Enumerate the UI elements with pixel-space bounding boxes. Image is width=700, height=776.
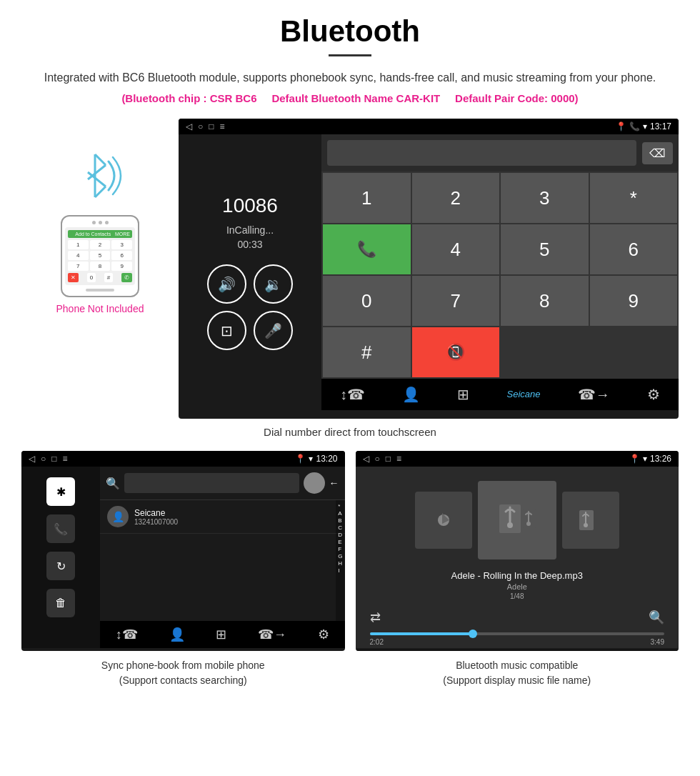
phonebook-caption: Sync phone-book from mobile phone (Suppo… [21, 658, 345, 688]
key-hash[interactable]: # [323, 327, 411, 377]
music-progress: 2:02 3:49 [356, 629, 679, 650]
album-art-main [478, 481, 556, 559]
call-icon: 📞 [629, 121, 640, 131]
music-search-icon[interactable]: 🔍 [649, 610, 664, 625]
pb-delete-icon[interactable]: 🗑 [46, 589, 75, 617]
phone-mockup: Add to Contacts MORE 123 456 789 ✕ 0 # ✆ [61, 215, 139, 297]
nav-contacts-icon[interactable]: 👤 [402, 386, 420, 403]
phonebook-card: ◁ ○ □ ≡ 📍 ▾ 13:20 ✱ 📞 [21, 451, 345, 688]
dial-status-bar: ◁ ○ □ ≡ 📍 📞 ▾ 13:17 [179, 119, 679, 134]
key-8[interactable]: 8 [501, 276, 589, 326]
numpad-grid: 1 2 3 * 📞 4 5 6 0 7 8 9 [321, 171, 679, 379]
home-nav-icon: ○ [198, 121, 203, 131]
status-bar-left: ◁ ○ □ ≡ [186, 121, 225, 131]
pb-call-icon[interactable]: 📞 [46, 514, 75, 543]
dial-bottom-nav: ↕☎ 👤 ⊞ Seicane ☎→ ⚙ [321, 379, 679, 410]
music-location-icon: 📍 [629, 454, 640, 464]
dial-number: 10086 [222, 194, 278, 217]
spec-name: Default Bluetooth Name CAR-KIT [271, 92, 440, 104]
phonebook-bottom-nav: ↕☎ 👤 ⊞ ☎→ ⚙ [100, 621, 345, 648]
phone-dot [92, 221, 96, 224]
pb-search-input[interactable] [124, 473, 299, 493]
nav-settings-icon[interactable]: ⚙ [647, 386, 660, 403]
nav-dialpad-icon[interactable]: ⊞ [457, 386, 469, 403]
music-track: Adele - Rolling In the Deep.mp3 [359, 570, 676, 581]
time-current: 2:02 [370, 638, 384, 646]
svg-line-3 [95, 186, 106, 197]
dial-delete-button[interactable]: ⌫ [642, 142, 673, 164]
music-bottom-nav: 📁 ☰ ⏮ ⏸ ⏭ ≡ [356, 650, 679, 651]
key-end-call[interactable]: 📵 [412, 327, 500, 377]
pb-contact-item[interactable]: 👤 Seicane 13241007000 [100, 500, 345, 534]
pb-back-icon: ◁ [29, 454, 35, 464]
pb-sync-icon[interactable]: ↻ [46, 552, 75, 580]
music-caption: Bluetooth music compatible (Support disp… [356, 658, 679, 688]
incalling-text: InCalling... [226, 224, 274, 236]
spec-pair: Default Pair Code: 0000) [455, 92, 579, 104]
volume-down-button[interactable]: 🔉 [254, 264, 293, 304]
phone-screen-header: Add to Contacts MORE [68, 230, 132, 238]
phonebook-sidebar: ✱ 📞 ↻ 🗑 [21, 467, 100, 648]
key-9[interactable]: 9 [590, 276, 678, 326]
pb-bluetooth-icon[interactable]: ✱ [46, 477, 75, 506]
pb-contact-number: 13241007000 [134, 518, 338, 526]
music-menu-icon: ≡ [396, 454, 401, 464]
music-artist: Adele [359, 582, 676, 591]
nav-recents-icon[interactable]: ↕☎ [340, 386, 365, 403]
key-3[interactable]: 3 [501, 173, 589, 223]
progress-bar-fill [370, 632, 473, 635]
pb-nav-dialpad[interactable]: ⊞ [216, 627, 226, 642]
menu-nav-icon: ≡ [220, 121, 225, 131]
pb-nav-contacts[interactable]: 👤 [169, 627, 185, 642]
spec-chip: (Bluetooth chip : CSR BC6 [121, 92, 256, 104]
music-screenshot: ◁ ○ □ ≡ 📍 ▾ 13:26 [356, 451, 679, 651]
dial-input-row: ⌫ [321, 134, 679, 171]
pb-nav-call[interactable]: ↕☎ [116, 627, 138, 642]
key-0-ring[interactable]: 0 [323, 276, 411, 326]
volume-up-button[interactable]: 🔊 [207, 264, 246, 304]
bottom-section: ◁ ○ □ ≡ 📍 ▾ 13:20 ✱ 📞 [21, 451, 679, 688]
recent-nav-icon: □ [209, 121, 214, 131]
pb-back-arrow[interactable]: ← [329, 477, 339, 489]
progress-bar-background[interactable] [370, 632, 665, 635]
phone-column: Add to Contacts MORE 123 456 789 ✕ 0 # ✆ [21, 119, 179, 314]
svg-point-7 [507, 522, 513, 528]
dial-input-box[interactable] [327, 140, 636, 166]
progress-dot [469, 630, 477, 638]
seicane-watermark: Seicane [507, 386, 541, 403]
key-star[interactable]: * [590, 173, 678, 223]
key-6[interactable]: 6 [590, 224, 678, 274]
key-call-green[interactable]: 📞 [323, 224, 411, 274]
pb-contact-name: Seicane [134, 508, 338, 518]
back-nav-icon: ◁ [186, 121, 192, 131]
key-1[interactable]: 1 [323, 173, 411, 223]
svg-line-4 [88, 172, 106, 186]
pb-home-icon: ○ [41, 454, 46, 464]
dial-screenshot: ◁ ○ □ ≡ 📍 📞 ▾ 13:17 10086 InCalling... [179, 119, 679, 419]
numpad-area: 1 2 3 * 📞 4 5 6 0 7 8 9 [321, 171, 679, 379]
svg-line-2 [88, 165, 106, 179]
wifi-icon: ▾ [643, 121, 647, 131]
phonebook-screenshot: ◁ ○ □ ≡ 📍 ▾ 13:20 ✱ 📞 [21, 451, 345, 651]
pb-contact-avatar: 👤 [107, 506, 129, 527]
title-underline [329, 54, 371, 56]
transfer-button[interactable]: ⊡ [207, 311, 246, 350]
pb-nav-settings[interactable]: ⚙ [318, 627, 329, 642]
description: Integrated with BC6 Bluetooth module, su… [21, 69, 679, 86]
phone-dot-2 [99, 221, 102, 224]
key-7[interactable]: 7 [412, 276, 500, 326]
music-count: 1/48 [359, 592, 676, 600]
progress-times: 2:02 3:49 [370, 638, 665, 646]
status-bar-right: 📍 📞 ▾ 13:17 [616, 121, 671, 131]
music-back-icon: ◁ [363, 454, 369, 464]
pb-recent-icon: □ [51, 454, 56, 464]
pb-nav-messages[interactable]: ☎→ [258, 627, 286, 642]
shuffle-icon[interactable]: ⇄ [370, 610, 381, 625]
mic-button[interactable]: 🎤 [254, 311, 293, 350]
key-5[interactable]: 5 [501, 224, 589, 274]
key-2[interactable]: 2 [412, 173, 500, 223]
key-4[interactable]: 4 [412, 224, 500, 274]
nav-messages-icon[interactable]: ☎→ [578, 386, 610, 403]
svg-line-1 [95, 154, 106, 165]
specs-line: (Bluetooth chip : CSR BC6 Default Blueto… [21, 92, 679, 104]
